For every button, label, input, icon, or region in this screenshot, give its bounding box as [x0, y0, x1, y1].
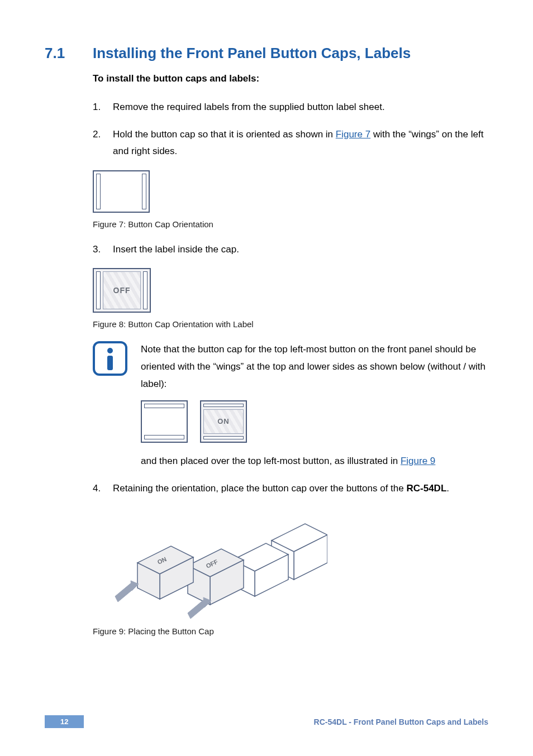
list-text: Insert the label inside the cap. — [113, 241, 488, 259]
list-text: Retaining the orientation, place the but… — [113, 480, 488, 497]
footer-title: RC-54DL - Front Panel Button Caps and La… — [314, 717, 488, 726]
intro-bold: To install the button caps and labels — [93, 73, 256, 84]
note-paragraph: Note that the button cap for the top lef… — [141, 341, 488, 393]
note-paragraph: and then placed over the top left-most b… — [141, 453, 488, 470]
label-on: ON — [217, 415, 230, 428]
intro-line: To install the button caps and labels: — [93, 73, 488, 84]
figure-9-caption: Figure 9: Placing the Button Cap — [93, 626, 488, 636]
list-text: Hold the button cap so that it is orient… — [113, 126, 488, 160]
figure-8-button-cap-off: OFF — [93, 268, 151, 313]
page: 7.1 Installing the Front Panel Button Ca… — [0, 0, 533, 756]
list-text: Remove the required labels from the supp… — [113, 99, 488, 116]
section-number: 7.1 — [45, 45, 77, 62]
figure-7-caption: Figure 7: Button Cap Orientation — [93, 219, 488, 229]
page-number: 12 — [45, 715, 84, 728]
button-cap-horizontal-on: ON — [200, 400, 247, 443]
product-name: RC-54DL — [406, 483, 446, 494]
ordered-list-continued: 4. Retaining the orientation, place the … — [93, 480, 488, 497]
list-number: 3. — [93, 241, 105, 259]
figure-7-button-cap — [93, 170, 150, 213]
figure-link[interactable]: Figure 9 — [401, 456, 435, 466]
section-title: Installing the Front Panel Button Caps, … — [93, 45, 411, 62]
button-cap-horizontal-empty — [141, 400, 188, 443]
text-part: Hold the button cap so that it is orient… — [113, 129, 336, 140]
figure-9-illustration: OFF ON — [93, 507, 488, 621]
figure-link[interactable]: Figure 7 — [336, 129, 370, 140]
list-number: 1. — [93, 99, 105, 116]
list-item: 2. Hold the button cap so that it is ori… — [93, 126, 488, 160]
list-item: 3. Insert the label inside the cap. — [93, 241, 488, 259]
info-icon — [93, 341, 127, 376]
figure-8-caption: Figure 8: Button Cap Orientation with La… — [93, 319, 488, 329]
ordered-list: 1. Remove the required labels from the s… — [93, 99, 488, 160]
note-body: Note that the button cap for the top lef… — [141, 341, 488, 470]
svg-point-1 — [107, 348, 113, 353]
text-part: . — [446, 483, 449, 494]
svg-rect-2 — [107, 356, 113, 370]
list-item: 1. Remove the required labels from the s… — [93, 99, 488, 116]
label-off: OFF — [113, 286, 131, 295]
info-note: Note that the button cap for the top lef… — [93, 341, 488, 470]
ordered-list-continued: 3. Insert the label inside the cap. — [93, 241, 488, 259]
intro-suffix: : — [256, 73, 260, 84]
list-number: 2. — [93, 126, 105, 160]
section-header: 7.1 Installing the Front Panel Button Ca… — [45, 45, 488, 62]
page-footer: 12 RC-54DL - Front Panel Button Caps and… — [0, 715, 533, 728]
text-part: and then placed over the top left-most b… — [141, 456, 401, 466]
list-number: 4. — [93, 480, 105, 497]
content-block: To install the button caps and labels: 1… — [93, 73, 488, 636]
text-part: Retaining the orientation, place the but… — [113, 483, 406, 494]
list-item: 4. Retaining the orientation, place the … — [93, 480, 488, 497]
note-figure-row: ON — [141, 400, 488, 443]
